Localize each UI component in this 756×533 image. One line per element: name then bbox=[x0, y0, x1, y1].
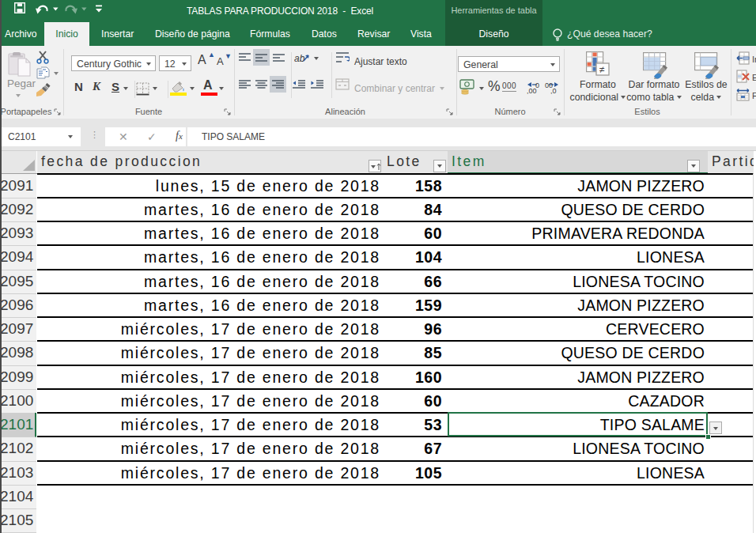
svg-text:0: 0 bbox=[535, 81, 539, 89]
svg-text:ab: ab bbox=[294, 53, 305, 64]
svg-text:≠: ≠ bbox=[599, 64, 605, 75]
svg-text:,0: ,0 bbox=[550, 87, 557, 94]
